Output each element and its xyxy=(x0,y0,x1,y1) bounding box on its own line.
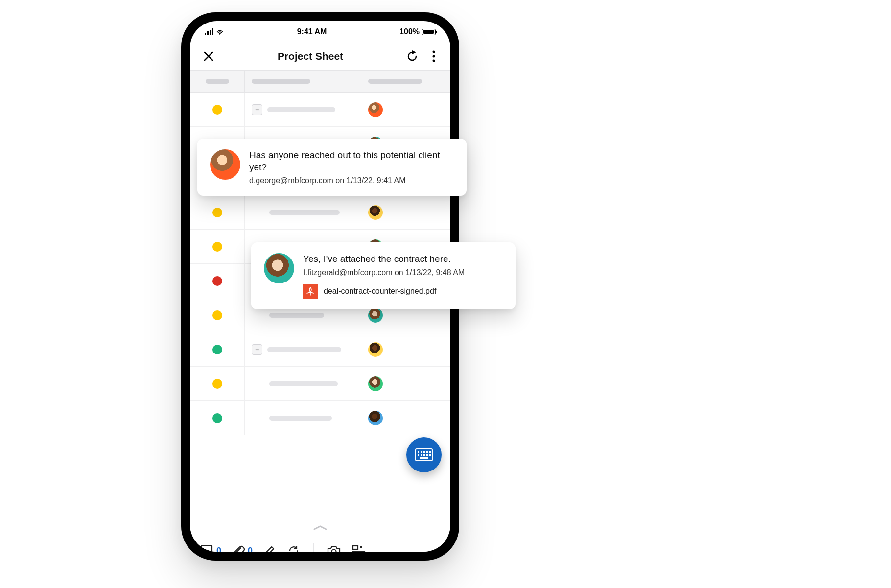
close-button[interactable] xyxy=(202,49,215,63)
placeholder-text xyxy=(269,313,324,318)
status-cell xyxy=(190,93,245,126)
avatar xyxy=(264,253,294,283)
table-row[interactable] xyxy=(190,401,450,435)
attachment-icon xyxy=(232,544,245,552)
sync-icon xyxy=(287,544,301,552)
refresh-button[interactable] xyxy=(405,49,419,63)
camera-icon xyxy=(327,544,341,552)
status-dot xyxy=(212,345,222,354)
svg-rect-7 xyxy=(426,451,428,453)
status-dot xyxy=(212,413,222,423)
avatar xyxy=(368,411,383,425)
signal-icon xyxy=(205,28,213,35)
camera-button[interactable] xyxy=(327,544,341,552)
status-cell xyxy=(190,230,245,263)
toolbar-divider xyxy=(313,543,314,552)
status-dot xyxy=(212,242,222,252)
text-cell: − xyxy=(245,93,361,126)
status-dot xyxy=(212,310,222,320)
barcode-button[interactable] xyxy=(352,545,366,552)
keyboard-fab[interactable] xyxy=(406,437,442,472)
text-cell xyxy=(245,367,361,400)
owner-cell xyxy=(361,401,450,435)
comments-button[interactable]: 0 xyxy=(200,544,221,552)
status-dot xyxy=(212,105,222,115)
status-dot xyxy=(212,208,222,217)
svg-point-1 xyxy=(433,55,435,58)
comment-body: Has anyone reached out to this potential… xyxy=(249,149,454,185)
pencil-icon xyxy=(263,544,276,552)
status-cell xyxy=(190,332,245,366)
comment-card[interactable]: Yes, I've attached the contract here. f.… xyxy=(251,242,516,309)
placeholder-text xyxy=(267,347,341,352)
status-left xyxy=(205,28,224,35)
status-cell xyxy=(190,367,245,400)
comment-body: Yes, I've attached the contract here. f.… xyxy=(303,253,465,299)
close-icon xyxy=(203,51,214,62)
text-cell xyxy=(245,195,361,229)
avatar xyxy=(368,102,383,117)
pdf-icon xyxy=(303,284,318,299)
placeholder-text xyxy=(267,107,335,112)
status-cell xyxy=(190,401,245,435)
svg-rect-5 xyxy=(421,451,422,453)
svg-rect-16 xyxy=(353,546,358,549)
attachments-button[interactable]: 0 xyxy=(232,544,253,552)
wifi-icon xyxy=(215,29,224,35)
text-cell: − xyxy=(245,332,361,366)
svg-rect-9 xyxy=(418,454,419,456)
svg-rect-8 xyxy=(429,451,431,453)
sync-button[interactable] xyxy=(287,544,301,552)
avatar xyxy=(368,376,383,391)
svg-point-0 xyxy=(433,51,435,53)
svg-rect-11 xyxy=(423,454,425,456)
svg-rect-14 xyxy=(420,457,428,459)
avatar xyxy=(368,342,383,357)
keyboard-icon xyxy=(415,448,433,461)
collapse-toggle[interactable]: − xyxy=(252,344,262,355)
attachment-name: deal-contract-counter-signed.pdf xyxy=(324,287,436,296)
comment-meta: f.fitzgerald@mbfcorp.com on 1/13/22, 9:4… xyxy=(303,268,465,277)
table-row[interactable] xyxy=(190,367,450,401)
svg-rect-12 xyxy=(426,454,428,456)
app-header: Project Sheet xyxy=(190,43,450,70)
placeholder-text xyxy=(269,210,340,215)
status-right: 100% xyxy=(399,27,436,36)
chevron-up-icon xyxy=(313,525,328,531)
text-cell xyxy=(245,401,361,435)
svg-rect-13 xyxy=(429,454,431,456)
attachment-row[interactable]: deal-contract-counter-signed.pdf xyxy=(303,284,465,299)
svg-rect-6 xyxy=(423,451,425,453)
svg-rect-10 xyxy=(421,454,422,456)
battery-text: 100% xyxy=(399,27,420,36)
table-row[interactable]: − xyxy=(190,332,450,367)
comment-icon xyxy=(200,544,213,552)
attachment-count: 0 xyxy=(248,546,253,552)
collapse-toggle[interactable]: − xyxy=(252,104,262,115)
status-cell xyxy=(190,298,245,332)
table-row[interactable] xyxy=(190,195,450,230)
status-dot xyxy=(212,379,222,389)
edit-button[interactable] xyxy=(263,544,276,552)
owner-cell xyxy=(361,332,450,366)
svg-rect-4 xyxy=(418,451,419,453)
svg-point-15 xyxy=(332,550,336,552)
battery-icon xyxy=(422,29,436,35)
table-row[interactable]: − xyxy=(190,93,450,127)
bottom-toolbar: 0 0 xyxy=(190,535,450,552)
drag-handle[interactable] xyxy=(190,520,450,535)
comment-card[interactable]: Has anyone reached out to this potential… xyxy=(197,139,467,196)
owner-cell xyxy=(361,93,450,126)
comment-count: 0 xyxy=(216,546,221,552)
refresh-icon xyxy=(406,50,419,63)
more-button[interactable] xyxy=(427,49,441,63)
status-time: 9:41 AM xyxy=(297,27,327,36)
scan-icon xyxy=(352,545,366,552)
comment-meta: d.george@mbfcorp.com on 1/13/22, 9:41 AM xyxy=(249,176,454,185)
comment-text: Has anyone reached out to this potential… xyxy=(249,149,454,173)
placeholder-text xyxy=(269,381,338,386)
status-bar: 9:41 AM 100% xyxy=(190,21,450,43)
svg-rect-17 xyxy=(360,546,362,548)
svg-point-2 xyxy=(433,60,435,62)
status-cell xyxy=(190,195,245,229)
